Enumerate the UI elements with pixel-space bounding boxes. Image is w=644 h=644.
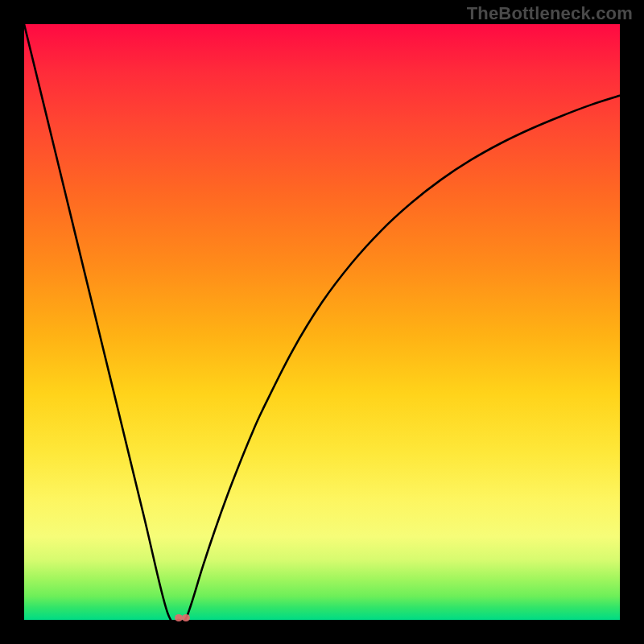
v-curve [24, 24, 620, 622]
watermark-text: TheBottleneck.com [467, 3, 633, 24]
minimum-marker-b [182, 614, 190, 621]
curve-layer [24, 24, 620, 620]
chart-frame: TheBottleneck.com [0, 0, 644, 644]
plot-area [24, 24, 620, 620]
